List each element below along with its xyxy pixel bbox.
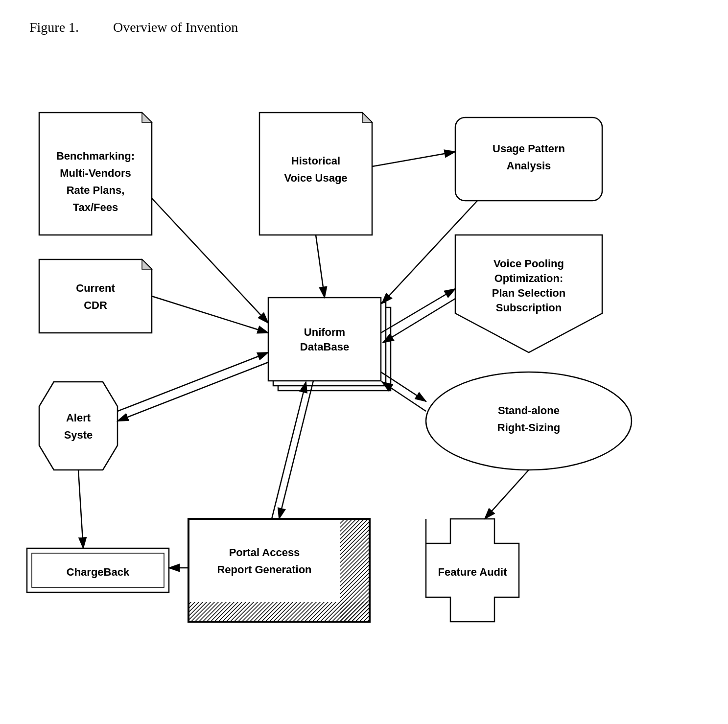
benchmarking-dogear: [142, 113, 152, 122]
historical-line1: Historical: [291, 155, 340, 167]
arrow-cdr-to-db: [152, 296, 268, 333]
current-cdr-line2: CDR: [84, 299, 107, 311]
current-cdr-box: [39, 259, 152, 333]
voice-pooling-line4: Subscription: [496, 302, 562, 314]
usage-pattern-line1: Usage Pattern: [493, 142, 565, 155]
standalone-line1: Stand-alone: [498, 404, 560, 417]
alert-line2: Syste: [64, 429, 93, 441]
benchmarking-line3: Rate Plans,: [67, 184, 125, 196]
benchmarking-line1: Benchmarking:: [56, 150, 135, 162]
portal-line1: Portal Access: [229, 546, 300, 559]
arrow-alert-to-db: [117, 352, 268, 411]
usage-pattern-line2: Analysis: [507, 160, 551, 172]
arrow-alert-to-chargeback: [78, 470, 83, 548]
uniform-db-label: Uniform: [304, 326, 345, 338]
arrow-bench-to-db: [152, 198, 268, 323]
uniform-db-label2: DataBase: [300, 341, 349, 353]
alert-box: [39, 382, 117, 470]
alert-line1: Alert: [66, 412, 91, 424]
figure-title: Overview of Invention: [113, 20, 238, 35]
benchmarking-line4: Tax/Fees: [73, 201, 118, 213]
voice-pooling-line2: Optimization:: [494, 272, 564, 284]
arrow-portal-to-db: [272, 382, 306, 519]
benchmarking-line2: Multi-Vendors: [60, 167, 131, 179]
portal-line2: Report Generation: [217, 563, 311, 576]
current-cdr-dogear: [142, 259, 152, 269]
arrow-db-to-alert: [117, 362, 268, 421]
arrow-db-to-voicepooling: [381, 289, 455, 333]
portal-hatch-bottom: [188, 602, 370, 622]
figure-label: Figure 1.: [29, 20, 79, 35]
arrow-db-to-portal: [279, 381, 313, 519]
voice-pooling-line3: Plan Selection: [492, 287, 565, 299]
standalone-line2: Right-Sizing: [497, 421, 560, 434]
arrow-hist-to-db: [316, 235, 325, 298]
historical-line2: Voice Usage: [284, 172, 347, 184]
historical-dogear: [362, 113, 372, 122]
current-cdr-line1: Current: [76, 282, 115, 294]
uniform-db-box: [268, 298, 381, 381]
arrow-hist-to-usage: [372, 152, 455, 166]
feature-audit-label1: Feature Audit: [438, 566, 508, 578]
voice-pooling-line1: Voice Pooling: [493, 257, 564, 270]
arrow-standalone-to-feature: [485, 470, 529, 519]
chargeback-label: ChargeBack: [67, 566, 130, 578]
arrow-voicepooling-to-db: [383, 299, 455, 343]
